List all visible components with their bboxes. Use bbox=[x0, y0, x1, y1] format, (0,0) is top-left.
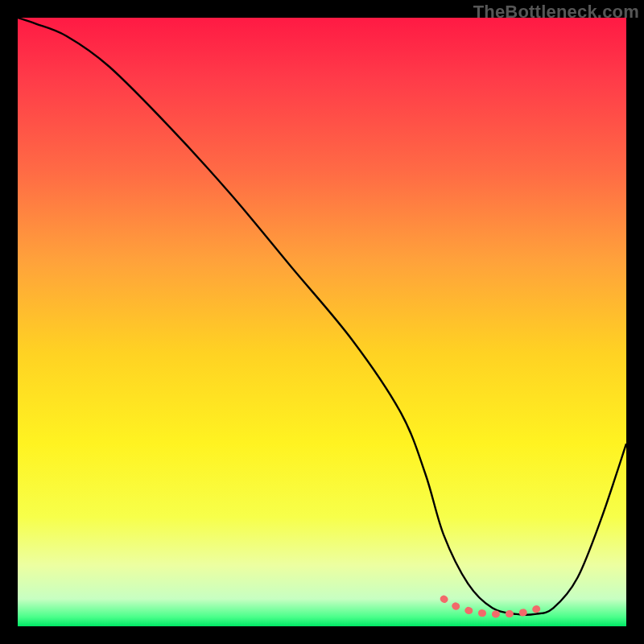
chart-root: TheBottleneck.com bbox=[0, 0, 644, 644]
plot-area bbox=[18, 18, 626, 626]
bottom-marker-dots bbox=[444, 599, 547, 614]
curve-layer bbox=[18, 18, 626, 626]
watermark-text: TheBottleneck.com bbox=[473, 2, 639, 23]
main-curve bbox=[18, 18, 626, 615]
